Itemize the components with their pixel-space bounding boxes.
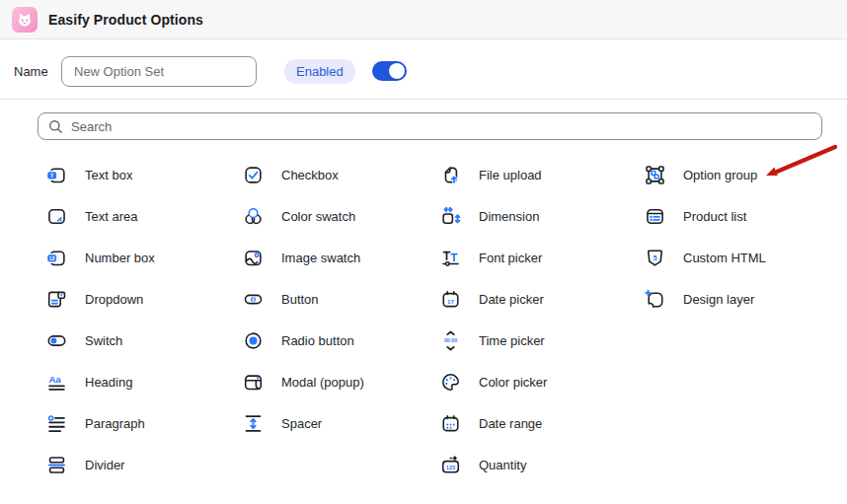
palette-column: File uploadDimensionFont picker17Date pi… bbox=[440, 154, 623, 485]
palette-column: TText boxText area12Number boxDropdownSw… bbox=[46, 154, 229, 485]
palette-item-label: Option group bbox=[683, 168, 757, 182]
text-area-icon bbox=[46, 206, 67, 227]
palette-item-modal-popup[interactable]: Modal (popup) bbox=[243, 361, 425, 402]
option-set-form: Name Enabled bbox=[14, 55, 407, 87]
palette-item-text-box[interactable]: TText box bbox=[46, 154, 229, 195]
palette-item-dropdown[interactable]: Dropdown bbox=[46, 278, 229, 320]
palette-item-custom-html[interactable]: 5Custom HTML bbox=[645, 237, 827, 278]
palette-item-label: Time picker bbox=[479, 333, 545, 348]
quantity-icon: 123 bbox=[440, 455, 461, 475]
color-swatch-icon bbox=[243, 206, 264, 227]
palette-item-quantity[interactable]: 123Quantity bbox=[440, 444, 623, 485]
palette-item-label: Custom HTML bbox=[683, 251, 766, 265]
svg-text:17: 17 bbox=[447, 297, 454, 304]
font-picker-icon bbox=[440, 248, 461, 268]
svg-text:Aa: Aa bbox=[48, 373, 61, 384]
enabled-toggle[interactable] bbox=[372, 61, 407, 81]
section-divider bbox=[0, 99, 847, 100]
palette-item-date-picker[interactable]: 17Date picker bbox=[440, 278, 623, 320]
palette-item-label: Dimension bbox=[479, 209, 539, 224]
palette-item-product-list[interactable]: Product list bbox=[645, 195, 827, 237]
palette-item-paragraph[interactable]: Paragraph bbox=[46, 402, 229, 444]
palette-item-label: File upload bbox=[479, 168, 542, 182]
custom-html-icon: 5 bbox=[645, 248, 665, 268]
palette-item-image-swatch[interactable]: Image swatch bbox=[243, 237, 425, 278]
palette-item-checkbox[interactable]: Checkbox bbox=[243, 154, 425, 195]
palette-item-button[interactable]: BButton bbox=[243, 278, 425, 320]
palette-item-label: Paragraph bbox=[85, 416, 145, 431]
image-swatch-icon bbox=[243, 248, 264, 268]
palette-item-heading[interactable]: AaHeading bbox=[46, 361, 229, 402]
svg-text:B: B bbox=[252, 297, 255, 301]
design-layer-icon bbox=[645, 289, 665, 310]
palette-item-label: Text box bbox=[85, 168, 132, 182]
svg-text:5: 5 bbox=[653, 252, 656, 261]
easify-cat-icon bbox=[12, 7, 38, 33]
palette-item-label: Heading bbox=[85, 375, 132, 390]
palette-item-switch[interactable]: Switch bbox=[46, 320, 229, 361]
dimension-icon bbox=[440, 206, 461, 227]
paragraph-icon bbox=[46, 413, 67, 434]
svg-text:00:00: 00:00 bbox=[444, 337, 457, 343]
checkbox-icon bbox=[243, 165, 264, 185]
svg-text:T: T bbox=[50, 173, 54, 179]
time-picker-icon: 00:00 bbox=[440, 330, 461, 351]
dropdown-icon bbox=[46, 289, 67, 310]
palette-item-file-upload[interactable]: File upload bbox=[440, 154, 623, 195]
date-picker-icon: 17 bbox=[440, 289, 461, 310]
name-label: Name bbox=[14, 64, 61, 79]
svg-text:12: 12 bbox=[49, 254, 55, 260]
svg-text:123: 123 bbox=[446, 465, 455, 470]
palette-item-label: Quantity bbox=[479, 458, 526, 472]
palette-item-label: Date range bbox=[479, 416, 542, 431]
button-icon: B bbox=[243, 289, 264, 310]
palette-item-label: Font picker bbox=[479, 251, 542, 265]
name-input[interactable] bbox=[61, 56, 257, 87]
palette-item-color-picker[interactable]: Color picker bbox=[440, 361, 623, 402]
palette-item-number-box[interactable]: 12Number box bbox=[46, 237, 229, 278]
palette-item-label: Checkbox bbox=[281, 168, 339, 182]
status-badge: Enabled bbox=[284, 59, 355, 84]
palette-item-dimension[interactable]: Dimension bbox=[440, 195, 623, 237]
search-input[interactable] bbox=[71, 119, 811, 134]
palette-item-font-picker[interactable]: Font picker bbox=[440, 237, 623, 278]
palette-item-date-range[interactable]: Date range bbox=[440, 402, 623, 444]
palette-item-label: Color picker bbox=[479, 375, 547, 390]
palette-item-label: Dropdown bbox=[85, 292, 143, 307]
palette-item-divider[interactable]: Divider bbox=[46, 444, 229, 485]
palette-item-color-swatch[interactable]: Color swatch bbox=[243, 195, 425, 237]
palette-item-label: Color swatch bbox=[281, 209, 355, 224]
switch-icon bbox=[46, 330, 67, 351]
file-upload-icon bbox=[440, 165, 461, 185]
palette-item-text-area[interactable]: Text area bbox=[46, 195, 229, 237]
modal-popup-icon bbox=[243, 372, 264, 393]
palette-item-label: Switch bbox=[85, 333, 122, 348]
palette-item-label: Text area bbox=[85, 209, 137, 224]
palette-column: CheckboxColor swatchImage swatchBButtonR… bbox=[243, 154, 425, 444]
radio-button-icon bbox=[243, 330, 264, 351]
palette-item-label: Design layer bbox=[683, 292, 754, 307]
spacer-icon bbox=[243, 413, 264, 434]
element-palette: TText boxText area12Number boxDropdownSw… bbox=[0, 154, 847, 489]
toggle-knob bbox=[389, 63, 405, 79]
palette-column: Option groupProduct list5Custom HTMLDesi… bbox=[645, 154, 827, 320]
palette-item-label: Date picker bbox=[479, 292, 544, 307]
palette-item-option-group[interactable]: Option group bbox=[645, 154, 827, 195]
palette-item-time-picker[interactable]: 00:00Time picker bbox=[440, 320, 623, 361]
palette-item-label: Spacer bbox=[281, 416, 322, 431]
palette-item-spacer[interactable]: Spacer bbox=[243, 402, 425, 444]
number-box-icon: 12 bbox=[46, 248, 67, 268]
palette-item-label: Modal (popup) bbox=[281, 375, 364, 390]
palette-item-label: Divider bbox=[85, 458, 124, 472]
palette-item-label: Radio button bbox=[281, 333, 354, 348]
palette-item-label: Image swatch bbox=[281, 251, 360, 265]
date-range-icon bbox=[440, 413, 461, 434]
search-icon bbox=[48, 119, 63, 134]
divider-icon bbox=[46, 455, 67, 475]
product-list-icon bbox=[645, 206, 665, 227]
option-group-icon bbox=[645, 165, 665, 185]
palette-item-radio-button[interactable]: Radio button bbox=[243, 320, 425, 361]
search-box[interactable] bbox=[38, 112, 822, 140]
palette-item-design-layer[interactable]: Design layer bbox=[645, 278, 827, 320]
palette-item-label: Number box bbox=[85, 251, 155, 265]
